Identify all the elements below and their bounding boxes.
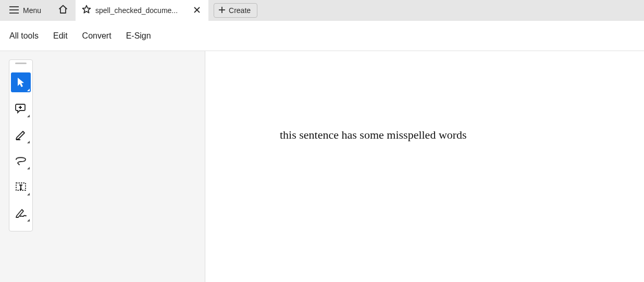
document-body-text: this sentence has some misspelled words (280, 128, 467, 142)
cursor-icon (16, 77, 26, 88)
sign-icon (15, 207, 27, 218)
home-icon (58, 4, 68, 17)
textbox-tool[interactable] (11, 177, 31, 197)
menu-convert[interactable]: Convert (82, 31, 112, 41)
menu-esign[interactable]: E-Sign (126, 31, 151, 41)
svg-marker-8 (18, 78, 24, 87)
top-bar: Menu spell_checked_docume... (0, 0, 644, 21)
menu-bar: All tools Edit Convert E-Sign (0, 21, 644, 51)
home-button[interactable] (51, 4, 76, 17)
comment-icon (15, 103, 27, 114)
menu-all-tools[interactable]: All tools (9, 31, 39, 41)
highlighter-icon (15, 129, 27, 140)
content-area: this sentence has some misspelled words (0, 51, 644, 282)
document-tab[interactable]: spell_checked_docume... (76, 0, 208, 21)
tab-title: spell_checked_docume... (95, 6, 185, 15)
hamburger-icon (9, 6, 19, 15)
comment-tool[interactable] (11, 99, 31, 118)
vertical-toolbar (9, 59, 33, 231)
draw-tool[interactable] (11, 151, 31, 170)
select-tool[interactable] (11, 72, 31, 92)
menu-label: Menu (23, 6, 41, 15)
tab-close-button[interactable] (190, 6, 204, 15)
textbox-icon (15, 181, 27, 192)
lasso-icon (15, 155, 27, 166)
toolbar-grip[interactable] (15, 63, 27, 64)
sign-tool[interactable] (11, 203, 31, 223)
svg-marker-3 (83, 6, 91, 13)
close-icon (194, 6, 200, 15)
create-label: Create (229, 6, 251, 15)
menu-button[interactable]: Menu (9, 6, 51, 15)
highlight-tool[interactable] (11, 125, 31, 144)
plus-icon (218, 6, 226, 15)
menu-edit[interactable]: Edit (53, 31, 68, 41)
create-button[interactable]: Create (214, 3, 257, 18)
document-view[interactable]: this sentence has some misspelled words (205, 51, 644, 282)
star-icon[interactable] (82, 5, 91, 16)
left-pane (0, 51, 205, 282)
